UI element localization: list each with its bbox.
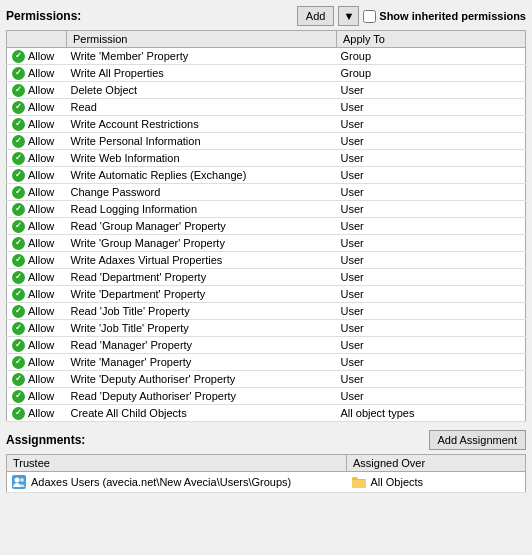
assignments-header: Assignments: Add Assignment (6, 430, 526, 450)
check-icon (11, 168, 25, 182)
allow-label: Allow (28, 50, 54, 62)
add-assignment-button[interactable]: Add Assignment (429, 430, 527, 450)
permission-name: Write 'Department' Property (67, 286, 337, 303)
allow-cell: Allow (7, 65, 67, 82)
table-row[interactable]: Allow Read 'Deputy Authoriser' Property … (7, 388, 526, 405)
permission-name: Write Adaxes Virtual Properties (67, 252, 337, 269)
allow-label: Allow (28, 322, 54, 334)
check-icon (11, 49, 25, 63)
allow-cell: Allow (7, 269, 67, 286)
folder-icon (351, 474, 367, 490)
check-icon (11, 66, 25, 80)
allow-label: Allow (28, 203, 54, 215)
table-row[interactable]: Allow Read 'Job Title' Property User (7, 303, 526, 320)
apply-to: User (337, 388, 526, 405)
table-row[interactable]: Allow Change Password User (7, 184, 526, 201)
table-row[interactable]: Allow Write Adaxes Virtual Properties Us… (7, 252, 526, 269)
table-row[interactable]: Allow Delete Object User (7, 82, 526, 99)
apply-to: User (337, 303, 526, 320)
allow-cell: Allow (7, 354, 67, 371)
table-row[interactable]: Allow Write 'Member' Property Group (7, 48, 526, 65)
table-row[interactable]: Allow Write 'Job Title' Property User (7, 320, 526, 337)
table-row[interactable]: Allow Read 'Group Manager' Property User (7, 218, 526, 235)
permissions-table: Permission Apply To Allow Write 'Member'… (6, 30, 526, 422)
apply-to: User (337, 269, 526, 286)
table-row[interactable]: Allow Write All Properties Group (7, 65, 526, 82)
check-icon (11, 100, 25, 114)
allow-label: Allow (28, 254, 54, 266)
dropdown-button[interactable]: ▼ (338, 6, 359, 26)
assigned-over-cell: All Objects (347, 472, 526, 493)
allow-label: Allow (28, 373, 54, 385)
allow-label: Allow (28, 305, 54, 317)
check-icon (11, 83, 25, 97)
allow-cell: Allow (7, 99, 67, 116)
apply-to: User (337, 133, 526, 150)
table-row[interactable]: Allow Write 'Group Manager' Property Use… (7, 235, 526, 252)
allow-label: Allow (28, 390, 54, 402)
allow-label: Allow (28, 169, 54, 181)
table-row[interactable]: Allow Create All Child Objects All objec… (7, 405, 526, 422)
table-row[interactable]: Allow Write Account Restrictions User (7, 116, 526, 133)
col-permission-header (7, 31, 67, 48)
table-row[interactable]: Allow Write Personal Information User (7, 133, 526, 150)
check-icon (11, 202, 25, 216)
check-icon (11, 253, 25, 267)
allow-label: Allow (28, 152, 54, 164)
permission-name: Write 'Member' Property (67, 48, 337, 65)
allow-cell: Allow (7, 405, 67, 422)
allow-label: Allow (28, 356, 54, 368)
allow-cell: Allow (7, 218, 67, 235)
table-row[interactable]: Allow Read User (7, 99, 526, 116)
allow-cell: Allow (7, 48, 67, 65)
table-row[interactable]: Allow Write Web Information User (7, 150, 526, 167)
allow-cell: Allow (7, 116, 67, 133)
table-row[interactable]: Allow Read 'Manager' Property User (7, 337, 526, 354)
permission-name: Write 'Group Manager' Property (67, 235, 337, 252)
permission-name: Read 'Job Title' Property (67, 303, 337, 320)
table-row[interactable]: Allow Write 'Manager' Property User (7, 354, 526, 371)
allow-cell: Allow (7, 167, 67, 184)
svg-point-1 (15, 478, 20, 483)
allow-cell: Allow (7, 252, 67, 269)
apply-to: User (337, 184, 526, 201)
check-icon (11, 270, 25, 284)
check-icon (11, 355, 25, 369)
permission-name: Read 'Deputy Authoriser' Property (67, 388, 337, 405)
permission-name: Delete Object (67, 82, 337, 99)
apply-to: User (337, 337, 526, 354)
trustee-cell: Adaxes Users (avecia.net\New Avecia\User… (7, 472, 347, 493)
check-icon (11, 372, 25, 386)
allow-cell: Allow (7, 184, 67, 201)
assignments-table: Trustee Assigned Over (6, 454, 526, 493)
table-row[interactable]: Allow Read 'Department' Property User (7, 269, 526, 286)
table-row[interactable]: Allow Write 'Deputy Authoriser' Property… (7, 371, 526, 388)
permission-name: Read 'Group Manager' Property (67, 218, 337, 235)
permission-name: Read Logging Information (67, 201, 337, 218)
table-row[interactable]: Allow Write 'Department' Property User (7, 286, 526, 303)
apply-to: User (337, 320, 526, 337)
show-inherited-label[interactable]: Show inherited permissions (363, 10, 526, 23)
apply-to: User (337, 235, 526, 252)
users-icon (11, 474, 27, 490)
add-button[interactable]: Add (297, 6, 335, 26)
check-icon (11, 321, 25, 335)
apply-to: User (337, 99, 526, 116)
apply-to: Group (337, 65, 526, 82)
allow-label: Allow (28, 271, 54, 283)
assignments-section: Assignments: Add Assignment Trustee Assi… (6, 430, 526, 493)
apply-to: All object types (337, 405, 526, 422)
show-inherited-checkbox[interactable] (363, 10, 376, 23)
check-icon (11, 185, 25, 199)
col-trustee-header: Trustee (7, 455, 347, 472)
apply-to: User (337, 286, 526, 303)
apply-to: User (337, 82, 526, 99)
apply-to: Group (337, 48, 526, 65)
table-row[interactable]: Allow Write Automatic Replies (Exchange)… (7, 167, 526, 184)
permission-name: Write Web Information (67, 150, 337, 167)
table-row[interactable]: Allow Read Logging Information User (7, 201, 526, 218)
list-item[interactable]: Adaxes Users (avecia.net\New Avecia\User… (7, 472, 526, 493)
permissions-header: Permissions: Add ▼ Show inherited permis… (6, 6, 526, 26)
check-icon (11, 406, 25, 420)
allow-label: Allow (28, 118, 54, 130)
